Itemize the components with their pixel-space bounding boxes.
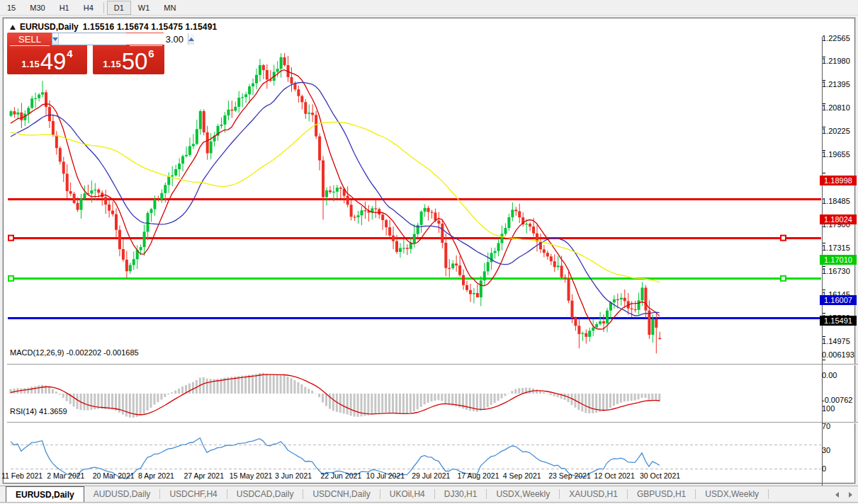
sell-button[interactable]: SELL	[10, 34, 50, 45]
chart-tab-usdcad-daily[interactable]: USDCAD,Daily	[227, 486, 303, 502]
price-line-badge: 1.17010	[820, 255, 857, 265]
chevron-down-icon	[52, 38, 58, 41]
timeframe-toolbar: 15M30H1H4D1W1MN	[0, 0, 858, 16]
timeframe-button-mn[interactable]: MN	[157, 1, 183, 15]
buy-price-prefix: 1.15	[103, 59, 120, 69]
volume-input[interactable]	[59, 33, 188, 45]
chart-tab-ukoil-h4[interactable]: UKOil,H4	[380, 486, 434, 502]
macd-indicator-label: MACD(12,26,9) -0.002202 -0.001685	[10, 348, 139, 357]
date-tick-label: 20 Mar 2021	[93, 471, 135, 480]
price-tick-label: 1.17315	[822, 244, 857, 253]
toolbar-separator	[103, 2, 104, 13]
rsi-indicator-label: RSI(14) 41.3659	[10, 407, 67, 416]
date-tick-label: 8 Apr 2021	[138, 471, 174, 480]
macd-axis-tick: 0.00	[822, 371, 857, 380]
sell-price-pipette: 4	[67, 47, 72, 59]
price-tick-label: 1.16730	[822, 267, 857, 276]
current-price-badge: 1.15491	[820, 316, 857, 326]
timeframe-button-h4[interactable]: H4	[77, 1, 101, 15]
sell-price-main: 49	[40, 50, 67, 74]
sell-underline	[10, 45, 50, 46]
date-tick-label: 29 Jul 2021	[412, 471, 450, 480]
buy-price-display[interactable]: 1.15 50 6	[93, 47, 164, 74]
date-tick-label: 3 Jun 2021	[275, 471, 312, 480]
timeframe-button-m30[interactable]: M30	[23, 1, 52, 15]
volume-stepper	[52, 33, 126, 45]
price-tick-label: 1.20225	[822, 127, 857, 136]
chart-window[interactable]	[3, 18, 855, 483]
tab-scroll-left-icon[interactable]	[835, 492, 839, 498]
chart-tab-usdx-weekly[interactable]: USDX,Weekly	[696, 486, 768, 502]
price-tick-label: 1.21980	[822, 57, 857, 66]
chevron-up-icon	[188, 38, 194, 41]
sell-price-display[interactable]: 1.15 49 4	[7, 47, 87, 74]
chart-tab-usdx-weekly[interactable]: USDX,Weekly	[487, 486, 559, 502]
macd-axis-tick: 0.006193	[822, 350, 857, 360]
price-tick-label: 1.21395	[822, 80, 857, 89]
symbol-tabbar: EURUSD,DailyAUDUSD,DailyUSDCHF,H4USDCAD,…	[0, 486, 858, 503]
date-tick-label: 30 Oct 2021	[640, 471, 680, 480]
chart-tab-usdchf-h4[interactable]: USDCHF,H4	[160, 486, 226, 502]
date-tick-label: 4 Sep 2021	[503, 471, 541, 480]
rsi-axis-tick: 30	[822, 446, 857, 455]
price-tick-label: 1.22565	[822, 34, 857, 43]
buy-underline	[130, 45, 162, 46]
date-tick-label: 22 Jun 2021	[320, 471, 361, 480]
date-tick-label: 15 May 2021	[230, 471, 273, 480]
sell-button-label: SELL	[18, 34, 41, 45]
date-tick-label: 2 Mar 2021	[47, 471, 84, 480]
price-tick-label: 1.18485	[822, 197, 857, 206]
tab-separator	[768, 489, 769, 499]
chart-tab-eurusd-daily[interactable]: EURUSD,Daily	[6, 486, 84, 502]
main-chart-canvas[interactable]	[7, 37, 858, 501]
date-tick-label: 27 Apr 2021	[184, 471, 224, 480]
timeframe-button-d1[interactable]: D1	[107, 1, 131, 15]
rsi-axis-tick: 0	[822, 464, 857, 474]
price-line-badge: 1.16007	[820, 295, 857, 305]
price-line-badge: 1.18998	[820, 176, 857, 185]
chart-tab-gbpusd-h1[interactable]: GBPUSD,H1	[628, 486, 695, 502]
price-tick-label: 1.20810	[822, 103, 857, 113]
timeframe-button-w1[interactable]: W1	[131, 1, 157, 15]
chart-tab-usdcnh-daily[interactable]: USDCNH,Daily	[303, 486, 379, 502]
date-tick-label: 11 Feb 2021	[1, 471, 43, 480]
buy-price-pipette: 6	[148, 47, 154, 59]
volume-increase-button[interactable]	[188, 33, 194, 45]
chart-tab-audusd-daily[interactable]: AUDUSD,Daily	[84, 486, 160, 502]
tab-scroll-controls	[835, 486, 852, 503]
chart-tab-dj30-h1[interactable]: DJ30,H1	[435, 486, 487, 502]
date-tick-label: 10 Jul 2021	[366, 471, 405, 480]
chart-ohlc-quotes: 1.15516 1.15674 1.15475 1.15491	[83, 22, 218, 32]
price-tick-label: 1.19655	[822, 150, 857, 159]
one-click-trading-panel: SELL BUY 1.15 49 4 1.15 50 6	[7, 33, 164, 74]
rsi-axis-tick: 100	[822, 404, 857, 413]
chart-title-row: EURUSD,Daily 1.15516 1.15674 1.15475 1.1…	[10, 22, 217, 32]
buy-price-main: 50	[122, 50, 148, 74]
price-tick-label: 1.14975	[822, 337, 857, 346]
date-tick-label: 12 Oct 2021	[594, 471, 635, 480]
collapse-panel-arrow-icon[interactable]	[10, 25, 16, 30]
sell-price-prefix: 1.15	[21, 59, 39, 69]
rsi-axis-tick: 70	[822, 422, 857, 431]
chart-tab-xauusd-h1[interactable]: XAUUSD,H1	[560, 486, 627, 502]
timeframe-button-h1[interactable]: H1	[52, 1, 77, 15]
tab-scroll-right-icon[interactable]	[849, 492, 852, 498]
chart-symbol-label: EURUSD,Daily	[20, 22, 79, 32]
timeframe-button-15[interactable]: 15	[0, 1, 23, 15]
date-tick-label: 23 Sep 2021	[548, 471, 591, 480]
volume-decrease-button[interactable]	[52, 33, 59, 45]
date-tick-label: 17 Aug 2021	[458, 471, 499, 480]
price-line-badge: 1.18024	[820, 214, 857, 224]
